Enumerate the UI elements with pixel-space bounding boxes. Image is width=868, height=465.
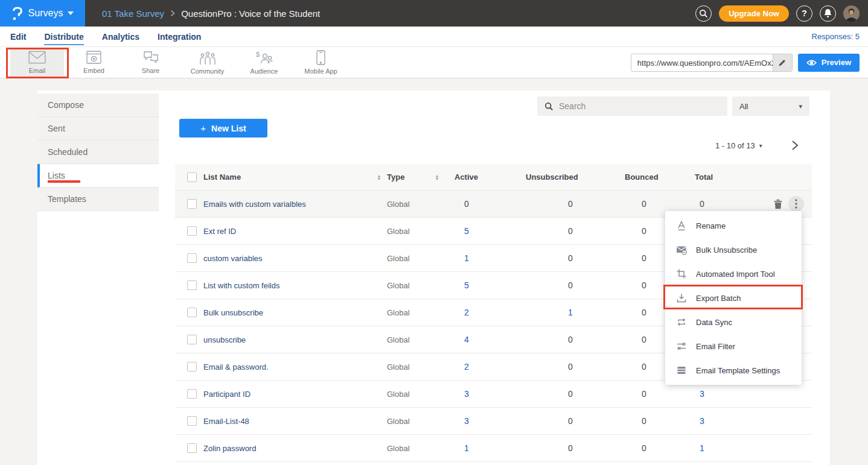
row-checkbox[interactable] [187,389,197,399]
product-switcher[interactable]: Surveys [0,0,85,27]
preview-button[interactable]: Preview [798,54,860,72]
sidebar-item-scheduled[interactable]: Scheduled [37,141,159,164]
menu-item-email-template-settings[interactable]: Email Template Settings [665,358,802,382]
toolbar-item-community[interactable]: Community [180,48,234,77]
user-avatar[interactable] [843,5,860,22]
column-header-bounced: Bounced [621,172,694,182]
list-name-link[interactable]: Email & password. [203,362,371,372]
active-count[interactable]: 3 [446,416,517,426]
active-count[interactable]: 5 [446,226,517,236]
menu-item-automated-import-tool[interactable]: Automated Import Tool [665,262,802,286]
toolbar-item-share[interactable]: Share [124,48,177,77]
unsubscribed-count: 0 [517,199,621,209]
list-name-link[interactable]: Zolin password [203,444,371,453]
list-type: Global [387,200,428,209]
menu-item-data-sync[interactable]: Data Sync [665,310,802,334]
pencil-icon [778,59,787,67]
active-count[interactable]: 3 [446,389,517,399]
edit-url-button[interactable] [773,54,792,71]
active-count[interactable]: 1 [446,253,517,263]
delete-list-button[interactable] [773,199,783,209]
row-menu-button[interactable] [788,196,804,212]
row-checkbox[interactable] [187,253,197,263]
row-checkbox[interactable] [187,416,197,426]
row-checkbox[interactable] [187,199,197,209]
list-type: Global [387,308,428,317]
search-input[interactable] [559,101,710,111]
list-name-link[interactable]: Bulk unsubscribe [203,308,371,317]
row-checkbox[interactable] [187,362,197,372]
toolbar-item-audience[interactable]: $Audience [237,48,291,77]
sort-icon[interactable]: ▲▼ [371,174,387,180]
tab-edit[interactable]: Edit [10,28,26,45]
list-name-link[interactable]: Emails with custom varialbles [203,200,371,209]
bounced-count: 0 [621,416,694,426]
menu-item-email-filter[interactable]: Email Filter [665,334,802,358]
menu-item-rename[interactable]: Rename [665,214,802,238]
toolbar-item-label: Mobile App [304,68,337,75]
pagination-range-dropdown[interactable]: 1 - 10 of 13 ▾ [715,141,762,150]
unsubscribed-count: 0 [517,253,621,263]
unsubscribed-count: 0 [517,389,621,399]
list-type: Global [387,417,428,426]
list-name-link[interactable]: List with custom feilds [203,281,371,290]
active-count[interactable]: 5 [446,280,517,290]
new-list-button[interactable]: + New List [179,119,267,138]
list-filter-dropdown[interactable]: All ▾ [732,96,809,116]
toolbar-item-embed[interactable]: Embed [67,48,121,77]
survey-url[interactable]: https://www.questionpro.com/t/AEmOx2 [631,54,773,71]
sidebar-item-sent[interactable]: Sent [37,117,159,141]
active-count[interactable]: 2 [446,308,517,317]
row-checkbox[interactable] [187,335,197,344]
list-name-link[interactable]: Ext ref ID [203,227,371,236]
community-icon [199,51,216,65]
total-count[interactable]: 3 [694,389,753,399]
list-name-link[interactable]: Email-List-48 [203,417,371,426]
sidebar-item-compose[interactable]: Compose [37,93,159,117]
row-checkbox[interactable] [187,443,197,453]
breadcrumb-survey-name[interactable]: 01 Take Survey [102,8,164,19]
toolbar-item-mobile-app[interactable]: Mobile App [294,48,348,77]
email-template-settings-icon [676,365,687,376]
row-checkbox[interactable] [187,308,197,317]
list-type: Global [387,335,428,344]
menu-item-label: Email Template Settings [696,366,780,375]
sort-icon[interactable]: ▲▼ [428,174,446,180]
list-name-link[interactable]: Participant ID [203,390,371,399]
menu-item-label: Email Filter [696,342,735,351]
data-sync-icon [676,317,687,327]
tab-analytics[interactable]: Analytics [102,28,139,45]
menu-item-export-batch[interactable]: Export Batch [665,286,802,310]
global-search-button[interactable] [695,5,712,22]
column-header-list-name[interactable]: List Name [203,172,371,182]
next-page-button[interactable] [791,140,799,151]
row-checkbox[interactable] [187,280,197,290]
total-count[interactable]: 3 [694,416,753,426]
question-mark-icon: ? [802,8,807,18]
help-button[interactable]: ? [796,5,812,22]
upgrade-now-button[interactable]: Upgrade Now [719,5,789,22]
notifications-button[interactable] [820,5,836,22]
sidebar-item-templates[interactable]: Templates [37,188,159,211]
active-count[interactable]: 1 [446,443,517,453]
active-count[interactable]: 2 [446,362,517,372]
list-name-link[interactable]: custom variables [203,254,371,263]
tab-distribute[interactable]: Distribute [44,28,83,45]
list-row-context-menu: RenameBulk UnsubscribeAutomated Import T… [665,211,802,385]
list-name-link[interactable]: unsubscribe [203,335,371,344]
menu-item-bulk-unsubscribe[interactable]: Bulk Unsubscribe [665,238,802,262]
total-count[interactable]: 1 [694,443,753,453]
sidebar-item-lists[interactable]: Lists [37,164,159,188]
active-count[interactable]: 4 [446,335,517,344]
survey-tabbar: EditDistributeAnalyticsIntegration Respo… [0,27,868,47]
list-type: Global [387,390,428,399]
chevron-down-icon: ▾ [759,142,762,149]
search-icon [544,102,554,111]
table-row: Zolin passwordGlobal1001 [175,435,812,462]
select-all-checkbox[interactable] [187,172,197,182]
column-header-type[interactable]: Type [387,172,428,182]
tab-integration[interactable]: Integration [158,28,201,45]
row-checkbox[interactable] [187,226,197,236]
unsubscribed-count[interactable]: 1 [517,308,621,317]
toolbar-item-email[interactable]: Email [10,48,64,77]
